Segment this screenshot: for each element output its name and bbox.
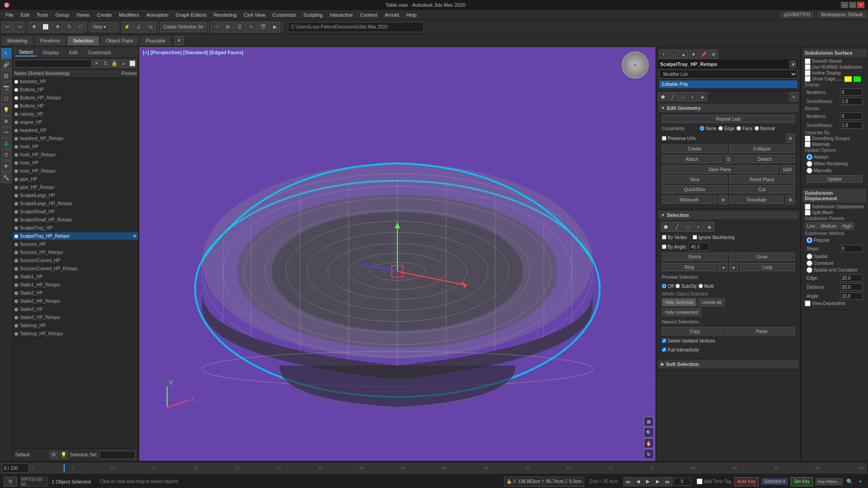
attach-list-btn[interactable]: ☰ <box>724 155 733 164</box>
tool-camera[interactable]: 📷 <box>1 82 12 93</box>
tool-utilities[interactable]: 🔧 <box>1 172 12 183</box>
active-modifier-item[interactable]: Editable Poly <box>659 80 797 88</box>
list-item[interactable]: hose_HP <box>13 159 138 167</box>
maxscript-btn[interactable]: M <box>4 477 17 487</box>
materials-check[interactable]: Materials <box>805 141 864 147</box>
list-item[interactable]: Stake1_HP_Retopo <box>13 281 138 289</box>
smoothing-groups-check[interactable]: Smoothing Groups <box>805 136 864 141</box>
list-item[interactable]: basestar_HP <box>13 78 138 86</box>
normal-radio[interactable]: Normal <box>755 126 775 131</box>
key-filters-btn[interactable]: Key Filters... <box>816 478 843 485</box>
copy-sel-btn[interactable]: Copy <box>662 327 728 335</box>
selection-set-input[interactable] <box>99 451 136 459</box>
rend-smooth-input[interactable] <box>840 122 863 129</box>
grow-btn[interactable]: Grow <box>729 253 795 261</box>
edit-geometry-header[interactable]: ▼ Edit Geometry <box>658 104 798 112</box>
scene-list[interactable]: basestar_HP Buttons_HP Buttons_HP_Retopo… <box>13 78 138 448</box>
tool-select[interactable]: ↖ <box>1 48 12 59</box>
unhide-all-btn[interactable]: Unhide All <box>698 298 725 306</box>
always-radio[interactable]: Always <box>807 154 863 160</box>
menu-create[interactable]: Create <box>93 11 115 19</box>
menu-customize[interactable]: Customize <box>269 11 300 19</box>
zoom-icon[interactable]: 🔍 <box>845 478 854 486</box>
list-item[interactable]: ScalpelTray_HP <box>13 224 138 232</box>
view-dependent-check[interactable]: View-Dependent <box>805 300 864 306</box>
cut-btn[interactable]: Cut <box>729 185 795 193</box>
list-item[interactable]: ScalpelSmall_HP <box>13 208 138 216</box>
list-item[interactable]: ScissorsCurved_HP_Retopo <box>13 265 138 273</box>
menu-views[interactable]: Views <box>73 11 93 19</box>
curvature-radio[interactable]: Curvature <box>805 260 864 267</box>
scene-filter-btn[interactable]: ✕ <box>92 60 100 68</box>
ring-btn[interactable]: Ring <box>662 263 717 271</box>
tool-display[interactable]: 👁 <box>1 161 12 172</box>
reference-dropdown[interactable]: View ▾ <box>90 22 118 32</box>
none-radio[interactable]: None <box>700 126 717 131</box>
tool-motion[interactable]: ⏱ <box>1 150 12 160</box>
manually-radio[interactable]: Manually <box>807 168 863 174</box>
move-btn[interactable]: ✥ <box>52 22 63 33</box>
tab-modeling[interactable]: Modeling <box>2 36 33 45</box>
tab-freeform[interactable]: Freeform <box>35 36 66 45</box>
render-setup-btn[interactable]: 🎬 <box>258 22 269 33</box>
border-mode-btn[interactable]: □ <box>678 92 687 101</box>
menu-content[interactable]: Content <box>356 11 381 19</box>
next-key-btn[interactable]: ▶ <box>653 477 662 486</box>
list-item[interactable]: headrest_HP <box>13 127 138 135</box>
soft-selection-header[interactable]: ▶ Soft Selection <box>658 360 798 368</box>
by-vertex-check[interactable]: By Vertex <box>662 235 687 240</box>
border-sel-btn[interactable]: □ <box>683 222 693 232</box>
layer-btn[interactable]: ☰ <box>234 22 245 33</box>
disp-smooth-input[interactable] <box>840 98 863 105</box>
list-item[interactable]: engine_HP <box>13 118 138 127</box>
subdiv-surface-header[interactable]: Subdivision Surface <box>803 49 866 57</box>
frame-number-input[interactable] <box>673 478 691 486</box>
align-btn[interactable]: ⊞ <box>222 22 233 33</box>
pan-btn[interactable]: ✋ <box>644 438 654 448</box>
mod-up-btn[interactable]: ▲ <box>679 50 688 59</box>
scene-col-btn[interactable]: ≡ <box>119 60 127 68</box>
when-rendering-radio[interactable]: When Rendering <box>807 161 863 167</box>
quickslice-btn[interactable]: QuickSlice <box>662 185 727 193</box>
mod-pin-btn[interactable]: 📌 <box>699 50 708 59</box>
list-item[interactable]: ScalpelSmall_HP_Retopo <box>13 216 138 224</box>
menu-arnold[interactable]: Arnold <box>381 11 403 19</box>
edge-radio[interactable]: Edge <box>718 126 735 131</box>
menu-scripting[interactable]: Scripting <box>300 11 326 19</box>
regular-radio[interactable]: Regular <box>807 237 863 243</box>
list-item[interactable]: Stake2_HP <box>13 289 138 297</box>
maximize-button[interactable]: □ <box>849 2 856 8</box>
scene-search-input[interactable] <box>14 60 91 68</box>
select-btn[interactable]: ✚ <box>28 22 39 33</box>
list-item[interactable]: ScissorsCurved_HP <box>13 257 138 265</box>
orbit-btn[interactable]: ↻ <box>644 449 654 459</box>
subdiv-displacement-header[interactable]: Subdivision Displacement <box>803 189 866 202</box>
mod-config-btn[interactable]: ⚙ <box>709 50 718 59</box>
next-frame-btn[interactable]: ⏭ <box>663 477 672 486</box>
tool-hierarchy[interactable]: 🌲 <box>1 138 12 149</box>
list-item[interactable]: Scissors_HP_Retopo <box>13 249 138 257</box>
list-item[interactable]: Stake1_HP <box>13 273 138 281</box>
modifier-list-dropdown[interactable]: Modifier List <box>659 70 797 79</box>
zoom-btn[interactable]: 🔍 <box>644 427 654 437</box>
tab-populate[interactable]: Populate <box>140 36 170 45</box>
auto-key-btn[interactable]: Auto Key <box>734 477 759 486</box>
menu-rendering[interactable]: Rendering <box>210 11 241 19</box>
list-item[interactable]: Buttons_HP <box>13 86 138 94</box>
menu-civil-view[interactable]: Civil View <box>240 11 269 19</box>
disp-iter-input[interactable] <box>840 89 863 96</box>
distance-input[interactable] <box>840 283 863 291</box>
viewport-orientation-gizmo[interactable] <box>622 52 649 79</box>
subdiv-disp-check[interactable]: Subdivision Displacement <box>805 204 864 210</box>
undo-button[interactable]: ↩ <box>2 22 13 33</box>
update-btn[interactable]: Update <box>807 175 863 183</box>
quick-render-btn[interactable]: ▶ <box>269 22 280 33</box>
tool-space-warp[interactable]: 〜 <box>1 127 12 138</box>
tab-selection[interactable]: Selection <box>67 36 99 45</box>
reset-plane-btn[interactable]: Reset Plane <box>729 175 795 183</box>
spatial-curv-radio[interactable]: Spatial and Curvature <box>805 267 864 273</box>
attach-btn[interactable]: Attach <box>662 155 722 163</box>
panel-tab-select[interactable]: Select <box>15 48 37 56</box>
repeat-last-btn[interactable]: Repeat Last <box>662 115 795 123</box>
play-btn[interactable]: ▶ <box>643 477 652 486</box>
